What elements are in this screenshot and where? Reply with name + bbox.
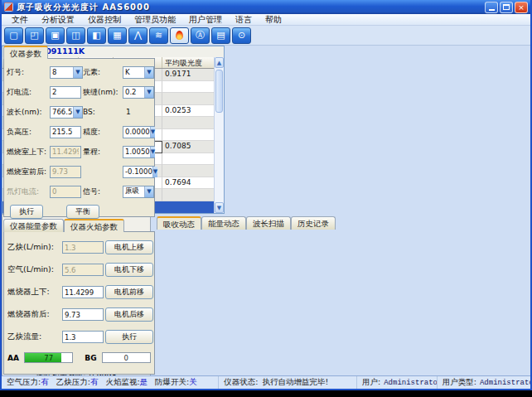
flame-tabstrip: 仪器能量参数仪器火焰参数 (3, 219, 124, 232)
bottom-tabstrip: 吸收动态能量动态波长扫描历史记录 (157, 216, 336, 230)
acetylene-label: 乙炔(L/min): (7, 242, 62, 253)
status-item-0: 空气压力:有 (7, 377, 49, 388)
slit-select[interactable]: 0.2▼ (123, 86, 154, 99)
chamber-updown-input (50, 146, 81, 158)
element-lamp-icon[interactable]: ◧ (87, 27, 106, 44)
menu-item-3[interactable]: 管理员功能 (128, 14, 182, 26)
status-item-1: 乙炔压力:有 (56, 377, 99, 388)
user-section: 用户:Administrator (357, 376, 438, 389)
scrollbar-thumb[interactable] (215, 70, 223, 113)
chevron-down-icon: ▼ (144, 186, 153, 197)
acetylene-flow-label: 乙炔流量: (7, 332, 62, 342)
signal-select[interactable]: 原吸▼ (123, 186, 154, 198)
burner-updown-label: 燃烧器上下: (7, 287, 62, 298)
flame-glyph (176, 31, 183, 40)
execute-button[interactable]: 执行 (10, 205, 43, 219)
aa-energy-value: 77 (25, 353, 72, 362)
maximize-button[interactable] (500, 2, 513, 13)
peak-profile-icon[interactable]: ⋀ (128, 27, 148, 44)
slit-label: 狭缝(nm): (83, 87, 123, 98)
chevron-down-icon: ▼ (73, 67, 82, 78)
open-file-icon[interactable]: ◰ (25, 27, 44, 44)
burner-frontback-button[interactable]: 电机后移 (105, 307, 153, 322)
lamp-number-label: 灯号: (7, 67, 50, 78)
client-area: 仪器参数 灯号:8▼元素:K▼灯电流:狭缝(nm):0.2▼波长(nm):766… (2, 46, 530, 375)
tab-flame-0[interactable]: 仪器能量参数 (3, 219, 64, 232)
burner-frontback-input[interactable] (62, 308, 104, 321)
d2-lamp-current-label: 氘灯电流: (7, 186, 50, 197)
table-vertical-scrollbar[interactable]: ▲ ▼ (214, 57, 224, 213)
scroll-up-icon[interactable]: ▲ (215, 57, 224, 68)
negative-hv-input[interactable] (50, 126, 81, 138)
minimize-button[interactable] (485, 2, 498, 13)
element-label: 元素: (83, 67, 123, 78)
instrument-status-section: 仪器状态:执行自动增益完毕! (219, 376, 357, 389)
app-window: 原子吸收分光光度计 AAS6000 × 文件分析设置仪器控制管理员功能用户管理语… (0, 0, 532, 390)
status-bar: 空气压力:有乙炔压力:有火焰监视:是防爆开关:关仪器状态:执行自动增益完毕!用户… (2, 375, 530, 389)
column-header-3[interactable]: 平均吸光度 (162, 57, 214, 68)
aa-energy-meter: 77 (24, 352, 73, 363)
new-file-icon[interactable]: ▢ (4, 27, 23, 44)
wavelength-label: 波长(nm): (7, 107, 50, 118)
tab-flame-1[interactable]: 仪器火焰参数 (64, 219, 124, 232)
chevron-down-icon: ▼ (144, 67, 153, 78)
element-select[interactable]: K▼ (123, 66, 154, 79)
chevron-down-icon: ▼ (73, 107, 82, 118)
chevron-down-icon: ▼ (150, 127, 155, 138)
menu-item-4[interactable]: 用户管理 (182, 14, 229, 26)
acetylene-flow-input[interactable] (62, 331, 104, 343)
menu-bar: 文件分析设置仪器控制管理员功能用户管理语言帮助 (2, 14, 530, 26)
acetylene-flow-button[interactable]: 执行 (105, 330, 153, 344)
title-bar: 原子吸收分光光度计 AAS6000 × (2, 0, 530, 14)
toolbar: ▢◰▣◫◧▦⋀≋Ⓐ▤⊙ (2, 26, 530, 46)
lamp-energy-icon[interactable]: ◫ (66, 27, 85, 44)
power-icon[interactable]: ⊙ (232, 27, 251, 44)
negative-hv-label: 负高压: (7, 127, 50, 138)
close-button[interactable]: × (515, 2, 528, 13)
menu-item-5[interactable]: 语言 (229, 14, 259, 26)
air-button[interactable]: 电机下移 (105, 263, 153, 277)
wavelength-select[interactable]: 766.5▼ (50, 106, 83, 119)
bs-label: BS: (83, 108, 123, 116)
window-title: 原子吸收分光光度计 AAS6000 (17, 2, 481, 13)
menu-item-1[interactable]: 分析设置 (35, 14, 81, 26)
wavelength-scan-icon[interactable]: ≋ (149, 27, 168, 44)
air-label: 空气(L/min): (7, 264, 62, 275)
lamp-current-input[interactable] (50, 86, 81, 99)
bg-energy-meter: 0 (102, 352, 151, 363)
burner-updown-button[interactable]: 电机前移 (105, 285, 153, 299)
balance-button[interactable]: 平衡 (66, 205, 99, 219)
precision-label: 精度: (83, 127, 123, 138)
range-select[interactable]: 1.0050▼ (123, 146, 154, 158)
chamber-frontback-input (50, 166, 81, 178)
menu-item-2[interactable]: 仪器控制 (81, 14, 128, 26)
menu-item-6[interactable]: 帮助 (259, 14, 288, 26)
burner-icon[interactable]: ▦ (108, 27, 127, 44)
acetylene-button[interactable]: 电机上移 (105, 240, 153, 254)
lamp-current-label: 灯电流: (7, 87, 50, 98)
tab-bottom-3[interactable]: 历史记录 (291, 216, 336, 230)
flame-icon[interactable] (170, 27, 189, 44)
range-label: 量程: (83, 147, 123, 157)
status-item-3: 防爆开关:关 (155, 377, 197, 388)
save-icon[interactable]: ▣ (46, 27, 65, 44)
precision-select[interactable]: 0.0000▼ (123, 126, 154, 138)
autosampler-icon[interactable]: Ⓐ (191, 27, 210, 44)
lamp-number-select[interactable]: 8▼ (50, 66, 83, 79)
chevron-down-icon: ▼ (150, 147, 155, 157)
scroll-down-icon[interactable]: ▼ (215, 202, 224, 213)
chevron-down-icon: ▼ (152, 167, 157, 177)
tab-bottom-1[interactable]: 能量动态 (201, 216, 246, 230)
tab-bottom-0[interactable]: 吸收动态 (157, 216, 201, 230)
status-item-2: 火焰监视:是 (105, 377, 148, 388)
burner-updown-input[interactable] (62, 286, 104, 298)
chamber-updown-label: 燃烧室上下: (7, 147, 50, 157)
tab-instrument-params[interactable]: 仪器参数 (3, 46, 48, 59)
printer-icon[interactable]: ▤ (211, 27, 230, 44)
flame-params-panel: 乙炔(L/min):电机上移空气(L/min):电机下移燃烧器上下:电机前移燃烧… (3, 231, 155, 375)
menu-item-0[interactable]: 文件 (5, 14, 35, 26)
chamber-frontback-label: 燃烧室前后: (7, 167, 50, 177)
zero-offset-select[interactable]: -0.1000▼ (123, 166, 154, 178)
instrument-params-panel: 灯号:8▼元素:K▼灯电流:狭缝(nm):0.2▼波长(nm):766.5▼BS… (3, 58, 155, 217)
tab-bottom-2[interactable]: 波长扫描 (246, 216, 291, 230)
